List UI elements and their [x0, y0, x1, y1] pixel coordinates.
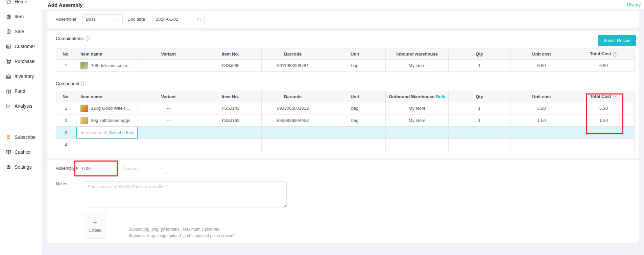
- customer-icon: [6, 44, 11, 49]
- home-icon: [6, 0, 11, 5]
- combinations-col-item_no: Item No.: [199, 48, 262, 60]
- combinations-col-variant: Variant: [138, 48, 199, 60]
- component-section-title: Component ?: [56, 81, 86, 86]
- item-thumbnail: [80, 62, 88, 69]
- row-number: 1: [56, 60, 76, 72]
- upload-hints: Support jpg, png, gif formats , Maximum …: [128, 226, 235, 239]
- component-cell-variant: [138, 127, 199, 139]
- combinations-col-qty: Qty: [448, 48, 510, 60]
- item-name: 108 delicious crisp...: [91, 63, 131, 68]
- sidebar-item-item[interactable]: Item: [0, 9, 42, 24]
- sidebar-item-label: Sale: [15, 29, 24, 34]
- assembler-value: Boss: [86, 17, 96, 22]
- notes-textarea[interactable]: [84, 181, 287, 208]
- combinations-col-warehouse: Inbound warehouse: [386, 48, 449, 60]
- assembler-label: Assembler: [56, 17, 76, 22]
- help-icon[interactable]: ?: [81, 81, 86, 86]
- component-cell-warehouse: My store: [386, 114, 449, 127]
- sidebar-item-purchase[interactable]: Purchase: [0, 54, 42, 69]
- doc-date-input[interactable]: 2024-01-02: [152, 14, 205, 24]
- component-cell-total_cost: [573, 139, 634, 151]
- row-number: 4: [56, 139, 76, 151]
- help-icon[interactable]: ?: [86, 36, 90, 41]
- sidebar-item-inventory[interactable]: Inventory: [0, 69, 42, 84]
- subscribe-icon: [6, 134, 11, 140]
- sidebar-item-subscribe[interactable]: Subscribe: [0, 130, 42, 145]
- sidebar-item-sale[interactable]: Sale: [0, 24, 42, 39]
- component-cell-item_no: [199, 127, 262, 139]
- page-title: Add Assembly: [48, 2, 83, 8]
- bulk-link[interactable]: Bulk: [434, 94, 445, 99]
- assembly-fee-input[interactable]: [78, 163, 115, 174]
- sidebar-item-analysis[interactable]: Analysis: [0, 99, 42, 113]
- item-thumbnail: [80, 105, 88, 112]
- combinations-cell-item_no: YSSJ095: [199, 60, 262, 72]
- component-col-unit_cost: Unit cost: [510, 91, 573, 102]
- combinations-col-unit: Unit: [324, 48, 386, 60]
- sidebar-item-label: Inventory: [15, 73, 34, 79]
- component-cell-variant: --: [138, 114, 199, 127]
- page-header: Add Assembly History: [42, 0, 644, 10]
- component-cell-variant: --: [138, 102, 199, 114]
- component-cell-barcode: 6933066001312: [262, 102, 324, 114]
- sidebar-item-label: Subscribe: [15, 134, 35, 140]
- account-select[interactable]: Account: [119, 163, 166, 174]
- sidebar-item-label: Cashier: [15, 149, 31, 155]
- component-cell-qty: [448, 139, 510, 151]
- upload-button[interactable]: + Upload: [84, 213, 106, 239]
- component-cell-unit_cost: [510, 139, 573, 151]
- combinations-cell-barcode: 6911988009784: [262, 60, 324, 72]
- component-table: No.Item nameVariantItem No.BarcodeUnitOu…: [56, 91, 635, 151]
- sidebar-item-label: Purchase: [15, 59, 34, 64]
- component-cell-unit_cost: 1.50: [510, 114, 573, 127]
- combinations-col-barcode: Barcode: [262, 48, 324, 60]
- upload-hint-methods: Supports “drag image upload” and “copy a…: [128, 233, 235, 239]
- help-icon[interactable]: ?: [613, 52, 617, 57]
- component-cell-item_no: YSSJ169: [199, 114, 262, 127]
- component-cell-warehouse: My store: [386, 102, 449, 114]
- combinations-col-item_name: Item name: [76, 48, 138, 60]
- component-cell-qty: 1: [448, 114, 510, 127]
- inventory-icon: [6, 73, 11, 79]
- item-search-placeholder: Item/variant/it: [81, 130, 107, 135]
- combinations-col-unit_cost: Unit cost: [510, 48, 573, 60]
- help-icon[interactable]: ?: [613, 95, 617, 99]
- combinations-cell-qty: 1: [448, 60, 510, 72]
- combinations-row-1: 1108 delicious crisp...--YSSJ09569119880…: [56, 60, 635, 72]
- sidebar-item-label: Analysis: [15, 103, 32, 109]
- history-link[interactable]: History: [627, 2, 641, 7]
- account-placeholder: Account: [123, 166, 139, 171]
- upload-label: Upload: [89, 228, 101, 233]
- combinations-section-title: Combinations ?: [56, 36, 90, 41]
- sidebar-item-customer[interactable]: Customer: [0, 39, 42, 54]
- sidebar-item-fund[interactable]: Fund: [0, 84, 42, 99]
- doc-info-panel: Assembler Boss Doc date 2024-01-02: [47, 11, 639, 28]
- combinations-cell-variant: --: [138, 60, 199, 72]
- row-number: 2: [56, 114, 76, 127]
- component-cell-barcode: [262, 127, 324, 139]
- combinations-cell-total_cost: 6.80: [573, 60, 634, 72]
- component-row-1: 1120g Good Wife's ...--YSSJ1436933066001…: [56, 102, 635, 114]
- item-search-box[interactable]: Item/variant/itSelect a Item: [76, 127, 138, 139]
- component-col-total_cost: Total Cost?: [573, 91, 634, 102]
- component-cell-unit_cost: [510, 127, 573, 139]
- component-cell-unit_cost: 5.30: [510, 102, 573, 114]
- select-a-item-link[interactable]: Select a Item: [109, 130, 135, 135]
- component-col-unit: Unit: [324, 91, 386, 102]
- component-cell-warehouse: [386, 139, 449, 151]
- component-cell-unit: [324, 139, 386, 151]
- component-cell-unit: bag: [324, 102, 386, 114]
- sidebar-item-cashier[interactable]: Cashier: [0, 145, 42, 160]
- select-recipe-button[interactable]: Select Recipe: [598, 35, 636, 46]
- text-caret: [79, 130, 79, 135]
- component-cell-qty: 1: [448, 102, 510, 114]
- sidebar-item-label: Settings: [15, 164, 32, 170]
- sidebar-item-settings[interactable]: Settings: [0, 160, 42, 174]
- component-cell-unit: [324, 127, 386, 139]
- sidebar-item-home[interactable]: Home: [0, 0, 42, 9]
- sidebar-item-label: Fund: [15, 88, 25, 94]
- component-cell-variant: [138, 139, 199, 151]
- calendar-icon: [197, 17, 201, 22]
- item-thumbnail: [80, 117, 88, 124]
- assembler-select[interactable]: Boss: [82, 14, 123, 24]
